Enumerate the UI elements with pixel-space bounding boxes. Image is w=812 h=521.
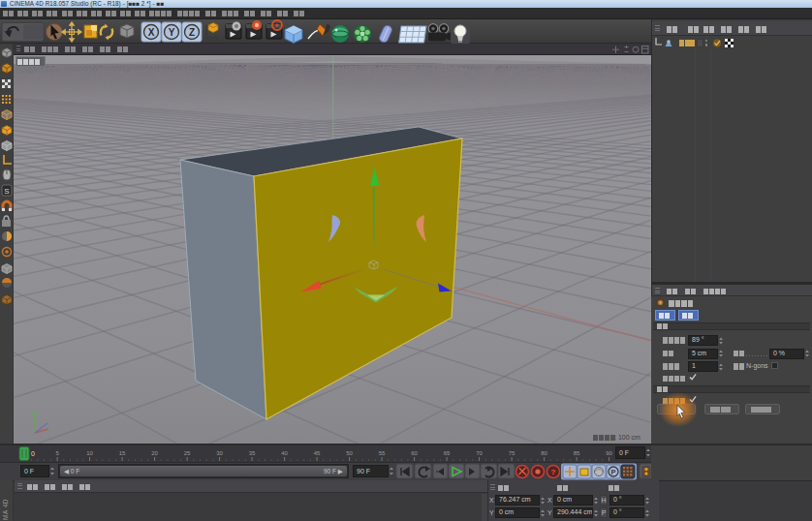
svg-text:X: X: [148, 27, 155, 38]
svg-text:P: P: [610, 468, 615, 476]
svg-text:30: 30: [216, 450, 223, 456]
svg-text:55: 55: [379, 450, 386, 456]
svg-text:65: 65: [444, 450, 451, 456]
svg-text:25: 25: [184, 450, 191, 456]
svg-text:0: 0: [31, 450, 35, 457]
svg-text:75: 75: [509, 450, 515, 456]
svg-text:40: 40: [281, 450, 288, 456]
svg-text:35: 35: [249, 450, 256, 456]
svg-text:Y: Y: [169, 27, 175, 38]
svg-text:S: S: [4, 187, 9, 196]
svg-text:60: 60: [411, 450, 418, 456]
svg-text:90: 90: [606, 450, 612, 456]
svg-text:5: 5: [55, 450, 59, 456]
svg-text:20: 20: [151, 450, 158, 456]
svg-text:80: 80: [541, 450, 547, 456]
svg-text:45: 45: [314, 450, 321, 456]
svg-text:10: 10: [86, 450, 93, 456]
svg-text:85: 85: [574, 450, 580, 456]
svg-text:?: ?: [551, 468, 556, 476]
svg-text:70: 70: [476, 450, 483, 456]
svg-text:Z: Z: [189, 27, 195, 38]
svg-text:50: 50: [346, 450, 353, 456]
svg-text:15: 15: [119, 450, 126, 456]
